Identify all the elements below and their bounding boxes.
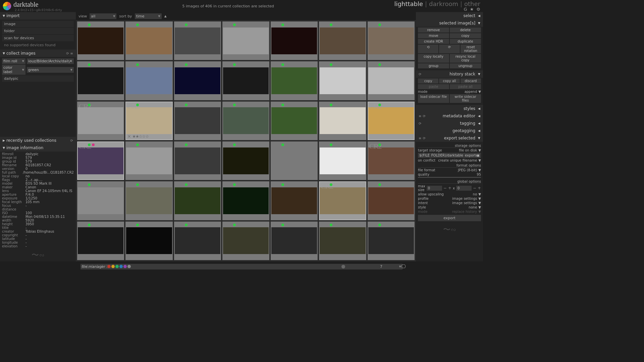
- profile-select[interactable]: image settings: [452, 197, 477, 200]
- sort-direction-icon[interactable]: ▲: [164, 14, 167, 18]
- thumbnail[interactable]: [271, 102, 318, 140]
- thumbnail[interactable]: [319, 21, 366, 60]
- thumbnail[interactable]: [271, 61, 318, 100]
- sel-btn[interactable]: duplicate: [450, 39, 481, 44]
- presets-icon[interactable]: ≡: [419, 114, 421, 118]
- max-height-input[interactable]: 0: [456, 186, 472, 191]
- history-mode-select[interactable]: append: [465, 90, 477, 94]
- export-path-input[interactable]: $(FILE_FOLDER)/darktable_exported/img_▣: [418, 153, 481, 158]
- thumbnail[interactable]: [271, 21, 318, 60]
- tab-other[interactable]: other: [464, 0, 480, 7]
- thumbnail[interactable]: [222, 61, 269, 100]
- thumbnail[interactable]: [222, 21, 269, 60]
- collect-value-2-select[interactable]: green▼: [27, 67, 74, 73]
- collect-field-1-select[interactable]: film roll▼: [2, 58, 25, 64]
- thumbnail[interactable]: [319, 141, 366, 180]
- thumbnail[interactable]: [368, 222, 415, 260]
- tagging-panel-header[interactable]: ⟳ tagging◀: [416, 120, 483, 127]
- thumbnail[interactable]: [222, 141, 269, 180]
- history-copyall-button[interactable]: copy all: [439, 78, 460, 83]
- rating-filter[interactable]: ☆☆☆☆☆☆: [80, 264, 110, 269]
- thumbnail[interactable]: [222, 102, 269, 140]
- collect-panel-header[interactable]: ▼collect images ⟳≡: [0, 50, 76, 57]
- imageinfo-panel-header[interactable]: ▼image information: [0, 144, 76, 152]
- reset-icon[interactable]: ⟳: [423, 114, 425, 118]
- reset-icon[interactable]: ⟳: [419, 72, 421, 76]
- thumbnail[interactable]: [77, 21, 124, 60]
- clear-icon[interactable]: ✕: [69, 59, 72, 63]
- sel-btn[interactable]: copy: [450, 33, 481, 38]
- thumbnail[interactable]: [174, 102, 221, 140]
- thumbnail[interactable]: [125, 181, 172, 220]
- collect-result[interactable]: dailypic: [2, 75, 74, 82]
- target-storage-select[interactable]: file on disk: [459, 148, 477, 152]
- display-profile-icon[interactable]: 🖵: [401, 264, 406, 269]
- history-panel-header[interactable]: ⟳ history stack▼: [416, 70, 483, 78]
- sel-btn[interactable]: delete: [450, 27, 481, 33]
- thumbnail[interactable]: [271, 222, 318, 260]
- folder-icon[interactable]: ▣: [477, 154, 480, 157]
- write-sidecar-button[interactable]: write sidecar files: [450, 94, 481, 103]
- conflict-select[interactable]: create unique filename: [438, 159, 477, 162]
- view-filter-select[interactable]: all▼: [90, 13, 116, 19]
- thumbnail[interactable]: [77, 181, 124, 220]
- sel-btn[interactable]: reset rotation: [461, 45, 481, 53]
- thumbnail[interactable]: [271, 141, 318, 180]
- sel-btn[interactable]: move: [418, 33, 449, 38]
- style-select[interactable]: none: [469, 205, 477, 209]
- geotag-panel-header[interactable]: geotagging◀: [416, 127, 483, 134]
- collect-value-1-input[interactable]: iouz/Bilder/Archiv/dailypic✕: [27, 58, 74, 64]
- history-pasteall-button[interactable]: paste all: [450, 84, 481, 89]
- select-panel-header[interactable]: select◀: [416, 12, 483, 19]
- sel-btn[interactable]: ⟳: [439, 45, 460, 53]
- thumbnail[interactable]: [77, 61, 124, 100]
- thumbnail[interactable]: [174, 222, 221, 260]
- grouping-icon[interactable]: G: [464, 7, 467, 12]
- export-panel-header[interactable]: ≡⟳ export selected▼: [416, 134, 483, 142]
- presets-icon[interactable]: ≡: [419, 136, 421, 140]
- intent-select[interactable]: image settings: [452, 201, 477, 205]
- sel-btn[interactable]: group: [418, 63, 449, 68]
- collect-field-2-select[interactable]: color label▼: [2, 65, 25, 75]
- minus-icon[interactable]: −: [473, 186, 476, 190]
- metadata-panel-header[interactable]: ≡⟳ metadata editor◀: [416, 112, 483, 120]
- history-discard-button[interactable]: discard: [461, 78, 481, 83]
- thumbnail[interactable]: [125, 222, 172, 260]
- history-paste-button[interactable]: paste: [418, 84, 449, 89]
- thumbnail[interactable]: [271, 181, 318, 220]
- import-panel-header[interactable]: ▼import: [0, 12, 76, 19]
- reset-icon[interactable]: ⟳: [419, 122, 421, 125]
- thumbnail[interactable]: [77, 222, 124, 260]
- preferences-icon[interactable]: ⚙: [476, 7, 480, 12]
- upscale-select[interactable]: no: [473, 192, 477, 196]
- file-format-select[interactable]: JPEG (8-bit): [458, 168, 477, 172]
- thumbnail[interactable]: CR2: [368, 141, 415, 180]
- import-folder-button[interactable]: folder: [2, 28, 74, 34]
- reset-icon[interactable]: ⟳: [423, 136, 425, 140]
- minus-icon[interactable]: −: [443, 186, 447, 190]
- thumbnail[interactable]: [174, 141, 221, 180]
- recent-panel-header[interactable]: ▶recently used collections ⟳: [0, 137, 76, 144]
- thumbnail[interactable]: [125, 21, 172, 60]
- export-button[interactable]: export: [418, 215, 481, 221]
- thumbnail[interactable]: [174, 61, 221, 100]
- sel-btn[interactable]: ungroup: [450, 63, 481, 68]
- scan-devices-button[interactable]: scan for devices: [2, 35, 74, 41]
- star-overlay-icon[interactable]: ★: [470, 7, 474, 12]
- thumbnail[interactable]: [368, 181, 415, 220]
- reset-icon[interactable]: ⟳: [70, 139, 73, 142]
- thumbnail[interactable]: [222, 222, 269, 260]
- presets-icon[interactable]: ≡: [70, 52, 73, 55]
- quality-slider[interactable]: [418, 177, 481, 178]
- thumbnail[interactable]: [174, 181, 221, 220]
- thumbnail[interactable]: CR2: [319, 181, 366, 220]
- color-label-filter[interactable]: [107, 265, 131, 268]
- import-image-button[interactable]: image: [2, 21, 74, 27]
- sel-btn[interactable]: create HDR: [418, 39, 449, 44]
- load-sidecar-button[interactable]: load sidecar file: [418, 94, 449, 103]
- thumbnail[interactable]: [319, 222, 366, 260]
- tab-lighttable[interactable]: lighttable: [394, 0, 423, 7]
- plus-icon[interactable]: +: [448, 186, 451, 190]
- quality-value[interactable]: 95: [477, 173, 481, 176]
- styles-panel-header[interactable]: styles◀: [416, 105, 483, 112]
